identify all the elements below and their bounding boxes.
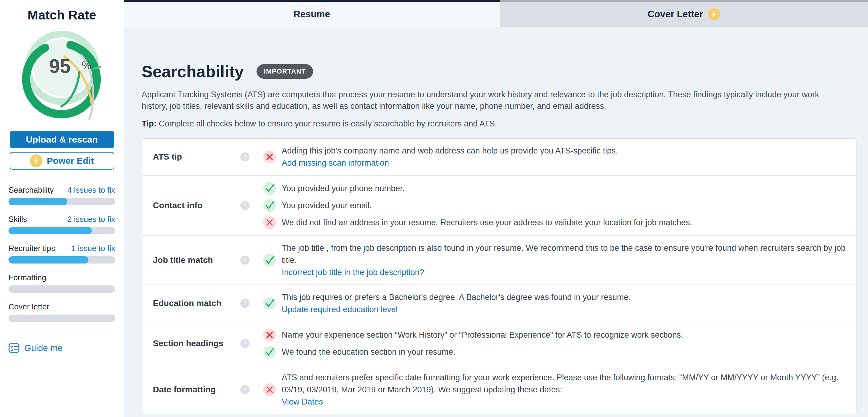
help-icon[interactable]: ?: [240, 201, 250, 210]
score-category-head: Skills2 issues to fix: [8, 215, 115, 224]
help-cell: ?: [233, 339, 257, 348]
power-edit-button[interactable]: Power Edit: [10, 152, 114, 170]
check-items: This job requires or prefers a Bachelor'…: [257, 291, 849, 316]
check-items: Name your experience section “Work Histo…: [257, 328, 849, 359]
check-icon: [263, 254, 276, 267]
check-item-link[interactable]: Incorrect job title in the job descripti…: [282, 266, 849, 278]
check-items: Adding this job's company name and web a…: [257, 145, 849, 169]
score-category: Recruiter tips1 issue to fix: [8, 244, 115, 264]
check-row: Section headings?Name your experience se…: [142, 322, 856, 365]
category-label: Recruiter tips: [8, 244, 55, 253]
check-icon: [263, 345, 276, 359]
help-cell: ?: [233, 152, 257, 161]
match-rate-sidebar: Match Rate 95 % Upload & rescan Powe: [0, 0, 124, 417]
important-badge: IMPORTANT: [256, 64, 313, 79]
section-heading: Searchability: [142, 62, 244, 81]
category-progress-fill: [8, 256, 88, 264]
check-item-text: Name your experience section “Work Histo…: [282, 330, 683, 339]
check-item: Name your experience section “Work Histo…: [263, 328, 849, 341]
main-panel: Resume Cover Letter Searchability IMPORT…: [124, 0, 868, 417]
document-tabbar: Resume Cover Letter: [124, 0, 868, 27]
check-row: Contact info?You provided your phone num…: [142, 175, 856, 235]
guide-me-link[interactable]: Guide me: [8, 342, 115, 354]
upload-rescan-button[interactable]: Upload & rescan: [10, 131, 114, 148]
check-icon: [263, 297, 276, 310]
check-item-body: Name your experience section “Work Histo…: [282, 329, 683, 341]
check-item-text: We found the education section in your r…: [282, 348, 455, 357]
score-category-head: Recruiter tips1 issue to fix: [8, 244, 115, 253]
help-icon[interactable]: ?: [240, 299, 250, 308]
tab-cover-letter[interactable]: Cover Letter: [500, 0, 868, 27]
help-cell: ?: [233, 385, 257, 394]
check-item-body: Adding this job's company name and web a…: [282, 145, 618, 169]
check-row: ATS tip?Adding this job's company name a…: [142, 139, 856, 175]
cross-icon: [263, 216, 276, 229]
check-item: ATS and recruiters prefer specific date …: [263, 371, 849, 408]
check-item-text: This job requires or prefers a Bachelor'…: [282, 293, 631, 302]
score-category-head: Searchability4 issues to fix: [8, 185, 115, 195]
searchability-section: Searchability IMPORTANT Applicant Tracki…: [124, 27, 868, 414]
category-label: Skills: [8, 215, 27, 224]
category-label: Cover letter: [8, 302, 49, 311]
category-label: Searchability: [8, 185, 54, 195]
help-icon[interactable]: ?: [240, 385, 250, 394]
tip-text: Complete all checks below to ensure your…: [157, 119, 497, 128]
check-item-text: You provided your phone number.: [282, 184, 405, 193]
check-item-link[interactable]: View Dates: [282, 396, 849, 408]
category-issues-link[interactable]: 4 issues to fix: [67, 185, 115, 195]
cross-icon: [263, 383, 276, 396]
category-progressbar: [8, 198, 115, 205]
tab-cover-letter-label: Cover Letter: [648, 9, 703, 20]
cross-icon: [263, 328, 276, 341]
check-item: Adding this job's company name and web a…: [263, 145, 849, 169]
check-item-body: The job title , from the job description…: [282, 242, 849, 278]
tab-resume[interactable]: Resume: [124, 0, 500, 27]
tip-label: Tip:: [142, 119, 157, 128]
score-category: Skills2 issues to fix: [8, 215, 115, 234]
category-issues-link[interactable]: 1 issue to fix: [71, 244, 115, 253]
check-item-text: Adding this job's company name and web a…: [282, 146, 618, 155]
match-rate-title: Match Rate: [0, 8, 124, 23]
check-item: We did not find an address in your resum…: [263, 216, 849, 229]
section-description: Applicant Tracking Systems (ATS) are com…: [142, 89, 839, 112]
check-label: Education match: [142, 298, 233, 308]
check-items: The job title , from the job description…: [257, 242, 849, 278]
check-item: We found the education section in your r…: [263, 345, 849, 359]
check-item: The job title , from the job description…: [263, 242, 849, 278]
match-rate-score-unit: %: [82, 59, 91, 72]
check-item-body: You provided your phone number.: [282, 182, 405, 195]
check-item-text: The job title , from the job description…: [282, 243, 845, 265]
check-row: Date formatting?ATS and recruiters prefe…: [142, 365, 856, 414]
check-icon: [263, 199, 276, 212]
check-label: ATS tip: [142, 152, 233, 162]
check-item: You provided your email.: [263, 199, 849, 212]
category-issues-link[interactable]: 2 issues to fix: [67, 215, 115, 224]
category-progressbar: [8, 286, 115, 293]
searchability-checks-card: ATS tip?Adding this job's company name a…: [142, 138, 857, 414]
checklist-icon: [8, 342, 20, 354]
ats-scan-report-page: Match Rate 95 % Upload & rescan Powe: [0, 0, 868, 417]
score-categories: Searchability4 issues to fixSkills2 issu…: [8, 185, 115, 322]
check-item-body: We found the education section in your r…: [282, 346, 455, 358]
check-item-link[interactable]: Update required education level: [282, 303, 631, 316]
category-progress-fill: [8, 198, 67, 205]
check-items: You provided your phone number.You provi…: [257, 182, 849, 229]
check-item: This job requires or prefers a Bachelor'…: [263, 291, 849, 316]
check-item-body: We did not find an address in your resum…: [282, 216, 692, 229]
match-rate-gauge-chart: 95 %: [17, 27, 107, 127]
help-icon[interactable]: ?: [240, 339, 250, 348]
section-tip: Tip: Complete all checks below to ensure…: [142, 119, 857, 128]
help-icon[interactable]: ?: [240, 152, 250, 161]
check-label: Section headings: [142, 338, 233, 348]
help-cell: ?: [233, 201, 257, 210]
cover-letter-bolt-icon: [708, 8, 720, 20]
help-icon[interactable]: ?: [240, 256, 250, 265]
check-item: You provided your phone number.: [263, 182, 849, 195]
check-item-link[interactable]: Add missing scan information: [282, 157, 618, 169]
category-progressbar: [8, 256, 115, 264]
score-category: Formatting: [8, 273, 115, 293]
category-label: Formatting: [8, 273, 46, 282]
score-category-head: Cover letter: [8, 302, 115, 311]
cross-icon: [263, 150, 276, 163]
check-item-body: ATS and recruiters prefer specific date …: [282, 371, 849, 408]
